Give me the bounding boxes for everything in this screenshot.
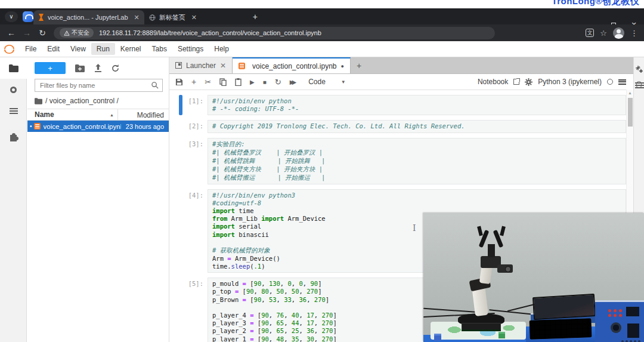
tab-launcher[interactable]: Launcher ✕ [169,57,233,73]
add-cell-button[interactable]: + [191,77,196,87]
paste-cell-button[interactable] [235,78,242,86]
browser-tab-jupyterlab[interactable]: voice_action... - JupyterLab ✕ [33,10,144,24]
filter-files-input[interactable] [39,81,151,90]
file-row-selected[interactable]: • voice_action_control.ipynb 23 hours ag… [27,121,169,132]
translate-icon[interactable]: 文 [586,29,594,37]
left-sidebar-rail [0,57,27,342]
scroll-up-icon[interactable]: ▲ [627,91,633,95]
refresh-icon[interactable] [112,64,119,72]
kernel-status-icon[interactable] [607,79,613,85]
browser-tab-title: voice_action... - JupyterLab [48,14,128,21]
sidebar-tab-file-browser[interactable] [0,57,27,79]
forward-icon[interactable]: → [19,28,35,38]
code-cell-1[interactable]: [1]:#!/usr/bin/env python# -*- coding: U… [169,95,626,115]
bookmark-star-icon[interactable]: ☆ [600,29,607,38]
menu-kernel[interactable]: Kernel [115,43,147,55]
menu-file[interactable]: File [20,43,42,55]
gears-icon [636,66,643,73]
notebook-file-icon [34,123,41,130]
cut-cell-button[interactable]: ✂ [205,78,211,87]
upload-icon[interactable] [94,64,102,72]
security-label: 不安全 [72,29,89,37]
sidebar-tab-debugger[interactable] [634,81,644,88]
sort-ascending-icon[interactable]: ▲ [110,113,114,117]
table-of-contents-icon [10,108,18,114]
gripper-wrist [488,244,495,257]
chip [626,307,639,316]
url-bar[interactable]: 不安全 192.168.11.72:8889/lab/tree/voice_ac… [54,27,495,39]
jupyter-menubar: File Edit View Run Kernel Tabs Settings … [0,41,644,57]
menu-help[interactable]: Help [209,43,234,55]
cell-editor[interactable]: #!/usr/bin/env python# -*- coding: UTF-8… [208,95,626,115]
menu-view[interactable]: View [65,43,91,55]
tab-close-icon[interactable]: ✕ [134,14,140,21]
sidebar-tab-running[interactable] [0,79,27,100]
code-cell-3[interactable]: [3]:#实验目的:#| 机械臂叠罗汉 | 开始叠罗汉 |#| 机械臂跳舞 | … [169,138,626,184]
scrollbar-thumb[interactable] [628,98,633,127]
notebook-toolbar-right: Notebook Python 3 (ipykernel) [478,78,644,86]
tab-search-button[interactable]: ∨ [5,11,18,22]
column-name[interactable]: Name [27,110,110,119]
browser-tab-newpage[interactable]: 新标签页 ✕ [144,10,246,24]
toolbar-menu-icon[interactable] [618,79,626,85]
tab-close-icon[interactable]: ✕ [220,61,226,70]
tab-label: Launcher [186,61,216,70]
filter-files-box[interactable] [35,79,163,92]
sidebar-tab-extensions[interactable] [0,127,27,148]
restart-run-all-button[interactable]: ▶▶ [290,79,296,85]
execution-count: [2]: [182,120,208,133]
notebook-mode-label: Notebook [478,78,508,86]
text-cursor: I [413,223,416,233]
copy-cell-button[interactable] [219,78,227,86]
cell-type-dropdown[interactable]: Code ▼ [308,78,346,86]
red-buttons [608,309,611,312]
stop-kernel-button[interactable]: ■ [263,79,267,85]
tab-notebook[interactable]: voice_action_control.ipynb ● [233,57,351,73]
unsaved-dot: • [30,123,32,130]
code-cell-2[interactable]: [2]:# Copyright 2019 Tronlong Elec. Tech… [169,120,626,133]
browser-menu-icon[interactable]: ⋮ [630,29,638,38]
kernel-name[interactable]: Python 3 (ipykernel) [538,78,602,86]
chip [627,323,639,338]
browser-navbar: ← → ↻ 不安全 192.168.11.72:8889/lab/tree/vo… [0,24,644,41]
code-line: #| 机械臂叠罗汉 | 开始叠罗汉 | [212,149,621,157]
menu-edit[interactable]: Edit [42,43,65,55]
cell-editor[interactable]: # Copyright 2019 Tronlong Elec. Tech. Co… [208,120,626,133]
menu-tabs[interactable]: Tabs [147,43,172,55]
sidebar-tab-property-inspector[interactable] [634,66,644,73]
reload-icon[interactable]: ↻ [35,28,50,38]
security-badge[interactable]: 不安全 [60,28,94,38]
back-icon[interactable]: ← [4,28,19,38]
code-line: #| 机械臂夹方块 | 开始夹方块 | [212,165,621,174]
execution-count: [4]: [182,189,208,273]
sidebar-tab-toc[interactable] [0,100,27,122]
new-launcher-button[interactable]: + [35,62,66,74]
extensions-icon [10,135,17,141]
browser-tabbar: ∨ voice_action... - JupyterLab ✕ 新标签页 ✕ … [0,8,644,24]
run-cell-button[interactable]: ▶ [250,79,255,85]
browser-logo-icon[interactable] [23,11,33,22]
add-tab-button[interactable]: + [351,61,367,70]
file-list-headers: Name ▲ Modified [27,109,169,121]
dock-tabbar: Launcher ✕ voice_action_control.ipynb ● … [169,57,644,74]
new-tab-button[interactable]: + [253,12,258,21]
column-modified[interactable]: Modified [117,109,169,120]
tab-label: voice_action_control.ipynb [252,62,336,70]
menu-run[interactable]: Run [91,43,115,55]
cell-editor[interactable]: #实验目的:#| 机械臂叠罗汉 | 开始叠罗汉 |#| 机械臂跳舞 | 开始跳舞… [208,138,626,184]
external-link-icon[interactable] [513,79,519,85]
gripper-fingertip-left [477,226,483,236]
tab-close-icon[interactable]: ✕ [191,14,197,21]
menu-settings[interactable]: Settings [172,43,209,55]
bug-icon [636,81,642,88]
save-button[interactable] [175,78,183,86]
profile-avatar[interactable] [613,27,624,39]
breadcrumb[interactable]: / voice_action_control / [27,95,169,109]
url-text: 192.168.11.72:8889/lab/tree/voice_action… [99,29,321,36]
code-line: #!/usr/bin/env python [212,97,621,105]
gear-icon[interactable] [525,78,532,86]
new-folder-icon[interactable] [75,64,85,72]
notebook-toolbar: + ✂ ▶ ■ ↻ ▶▶ Code ▼ Notebook Python 3 (i… [169,74,644,90]
restart-kernel-button[interactable]: ↻ [275,78,281,87]
cable [423,308,480,313]
